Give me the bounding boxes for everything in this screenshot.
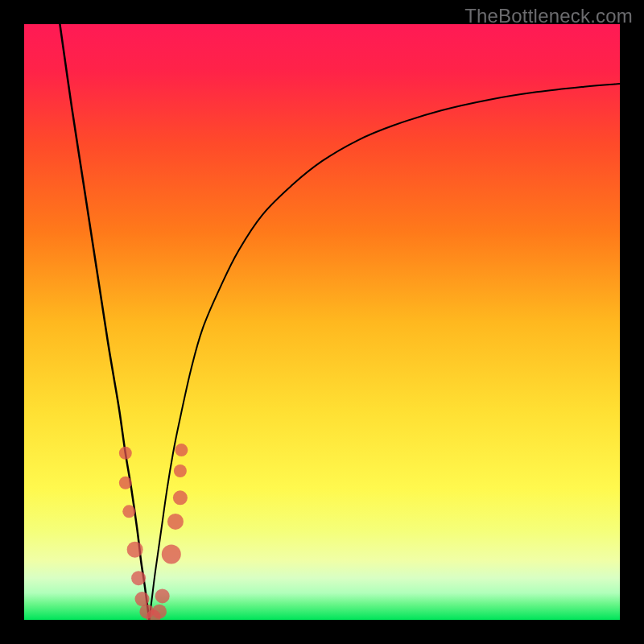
data-marker [122,505,135,518]
data-marker [131,571,146,585]
data-marker [119,477,132,489]
data-marker [175,444,188,456]
curves-layer [24,24,620,620]
data-marker [155,588,170,603]
data-marker [135,592,150,606]
data-marker [173,490,188,505]
data-marker [152,605,167,619]
data-marker [127,542,143,558]
data-marker [174,464,187,477]
data-marker [162,545,181,564]
curve-right [149,84,620,620]
data-markers [119,444,188,620]
watermark-text: TheBottleneck.com [464,5,633,27]
data-marker [119,447,132,460]
curve-left [60,24,149,620]
plot-area [24,24,620,620]
data-marker [167,514,184,530]
chart-frame: TheBottleneck.com [0,0,644,644]
